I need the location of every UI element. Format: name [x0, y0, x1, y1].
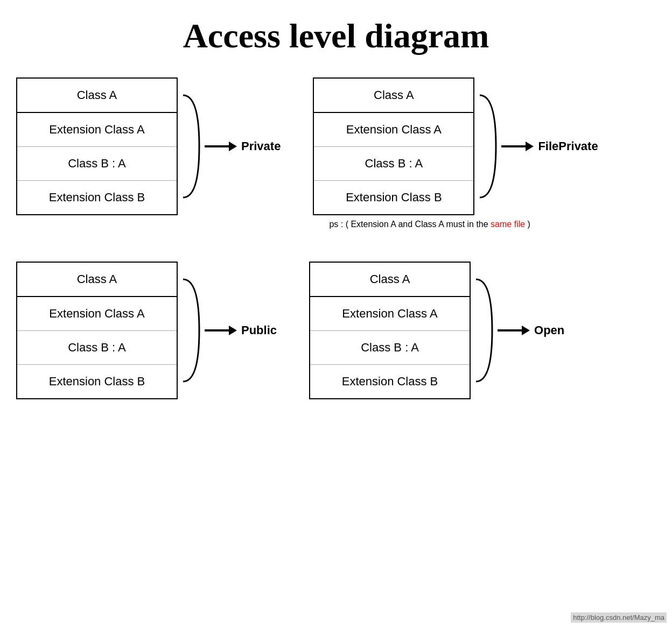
- cell: Class A: [314, 79, 473, 113]
- cell: Class A: [17, 79, 177, 113]
- cell: Class B : A: [310, 331, 470, 365]
- cell: Class B : A: [314, 147, 473, 181]
- cell: Class B : A: [17, 331, 177, 365]
- svg-marker-1: [229, 142, 237, 151]
- private-right-section: Class A Extension Class A Class B : A Ex…: [313, 77, 598, 229]
- cell: Class B : A: [17, 147, 177, 181]
- diagrams-container: Class A Extension Class A Class B : A Ex…: [0, 77, 672, 399]
- fileprivate-label: FilePrivate: [538, 139, 598, 153]
- cell: Extension Class B: [310, 365, 470, 398]
- cell: Extension Class A: [310, 297, 470, 331]
- cell: Extension Class B: [17, 181, 177, 214]
- open-label: Open: [534, 323, 564, 337]
- cell: Class A: [310, 263, 470, 297]
- cell: Extension Class B: [314, 181, 473, 214]
- bottom-row: Class A Extension Class A Class B : A Ex…: [11, 262, 661, 399]
- svg-marker-3: [526, 142, 534, 151]
- public-left-box: Class A Extension Class A Class B : A Ex…: [16, 262, 178, 399]
- arrow-icon: [205, 138, 237, 154]
- open-right-section: Class A Extension Class A Class B : A Ex…: [309, 262, 564, 399]
- cell: Extension Class A: [314, 113, 473, 147]
- fileprivate-arrow-icon: [501, 138, 534, 154]
- top-row: Class A Extension Class A Class B : A Ex…: [11, 77, 661, 229]
- cell: Extension Class A: [17, 113, 177, 147]
- watermark: http://blog.csdn.net/Mazy_ma: [571, 612, 667, 623]
- cell: Class A: [17, 263, 177, 297]
- svg-marker-7: [522, 326, 530, 335]
- page-title: Access level diagram: [0, 0, 672, 77]
- public-arrow-icon: [205, 322, 237, 338]
- open-arrow-icon: [498, 322, 530, 338]
- cell: Extension Class A: [17, 297, 177, 331]
- open-right-box: Class A Extension Class A Class B : A Ex…: [309, 262, 471, 399]
- cell: Extension Class B: [17, 365, 177, 398]
- private-left-box: Class A Extension Class A Class B : A Ex…: [16, 77, 178, 215]
- open-right-brace-icon: [471, 277, 498, 384]
- svg-marker-5: [229, 326, 237, 335]
- note-text: ps : ( Extension A and Class A must in t…: [329, 220, 598, 229]
- fileprivate-right-box: Class A Extension Class A Class B : A Ex…: [313, 77, 474, 215]
- public-left-brace-icon: [178, 277, 205, 384]
- private-label: Private: [241, 139, 281, 153]
- public-label: Public: [241, 323, 277, 337]
- right-brace-icon: [474, 93, 501, 200]
- left-brace-icon: [178, 93, 205, 200]
